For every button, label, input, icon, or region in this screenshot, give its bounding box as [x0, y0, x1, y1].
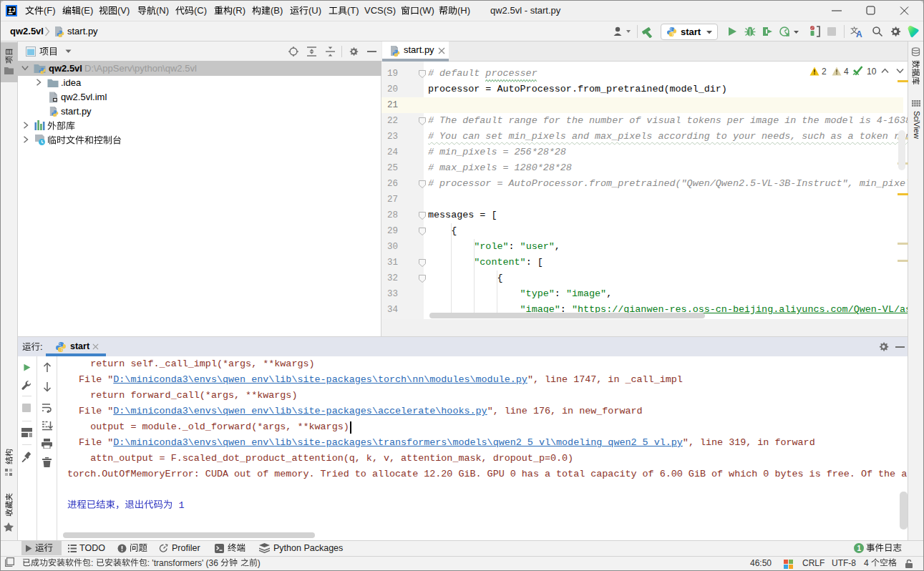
svg-text:1: 1: [857, 545, 862, 552]
svg-text:A: A: [856, 29, 862, 38]
